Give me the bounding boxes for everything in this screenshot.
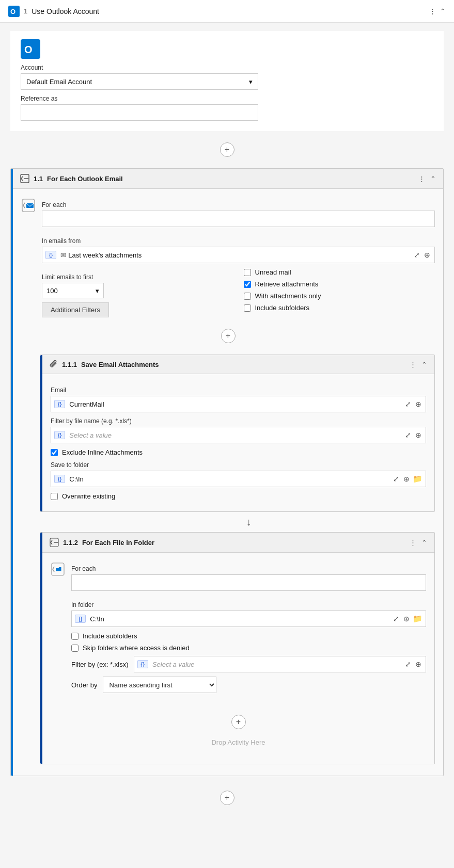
include-subfolders-label: Include subfolders [255, 304, 310, 312]
foreach-file-card: 1.1.2 For Each File in Folder ⋮ ⌃ [40, 532, 435, 764]
in-folder-input[interactable]: {} C:\In ⤢ ⊕ 📁 [71, 610, 426, 627]
add-icon[interactable]: ⊕ [423, 250, 431, 260]
filter-file-placeholder: Select a value [152, 661, 402, 668]
email-add-icon[interactable]: ⊕ [414, 399, 422, 409]
more-icon-file[interactable]: ⋮ [410, 539, 416, 546]
for-each-file-label: For each [71, 565, 426, 572]
arrow-down: ↓ [62, 516, 435, 528]
additional-filters-btn[interactable]: Additional Filters [42, 302, 109, 317]
filter-filename-input[interactable]: {} Select a value ⤢ ⊕ [51, 427, 426, 443]
in-emails-input[interactable]: {} ✉ Last week's attachments ⤢ ⊕ [42, 247, 435, 263]
save-email-header: 1.1.1 Save Email Attachments ⋮ ⌃ [42, 355, 434, 374]
foreach-email-title: For Each Outlook Email [47, 175, 123, 183]
unread-mail-label: Unread mail [255, 268, 291, 276]
foreach-file-fields: For each CurrentFile In folder {} C:\In … [71, 560, 426, 693]
folder-expand-icon[interactable]: ⤢ [392, 474, 400, 484]
exclude-inline-row: Exclude Inline Attachments [51, 448, 426, 456]
overwrite-row: Overwrite existing [51, 492, 426, 500]
limit-value: 100 [46, 287, 58, 295]
skip-folders-checkbox[interactable] [71, 645, 79, 652]
foreach-icon-wrap [21, 196, 36, 213]
drop-zone-add-btn[interactable]: + [231, 715, 246, 729]
more-options-icon-email[interactable]: ⋮ [418, 175, 425, 183]
paperclip-icon [50, 360, 58, 368]
save-folder-input[interactable]: {} C:\In ⤢ ⊕ 📁 [51, 471, 426, 487]
foreach-email-number: 1.1 [34, 175, 43, 183]
file-include-subfolders-checkbox[interactable] [71, 633, 79, 640]
use-outlook-account-step: O Account Default Email Account ▾ Refere… [10, 31, 444, 131]
folder-curly-tag: {} [54, 475, 65, 483]
filter-row: Filter by (ex: *.xlsx) {} Select a value… [71, 656, 426, 672]
file-include-subfolders-row: Include subfolders [71, 632, 426, 640]
col-right-checkboxes: Unread mail Retrieve attachments With at… [244, 268, 435, 316]
account-dropdown[interactable]: Default Email Account ▾ [21, 73, 258, 90]
filter-expand-icon[interactable]: ⤢ [404, 430, 412, 440]
unread-mail-checkbox[interactable] [244, 269, 251, 276]
bottom-add-step-btn[interactable]: + [220, 791, 234, 805]
collapse-icon-save[interactable]: ⌃ [421, 361, 427, 368]
save-email-header-left: 1.1.1 Save Email Attachments [50, 360, 159, 368]
outlook-icon: O [8, 6, 20, 17]
for-each-label: For each [42, 201, 435, 208]
more-icon-save[interactable]: ⋮ [410, 361, 416, 368]
with-attachments-row: With attachments only [244, 292, 435, 300]
for-each-input[interactable]: CurrentMail [42, 211, 435, 227]
foreach-file-body: For each CurrentFile In folder {} C:\In … [42, 553, 434, 764]
email-value: CurrentMail [69, 400, 402, 408]
dark-bar-1 [40, 355, 42, 511]
for-each-file-input[interactable]: CurrentFile [71, 574, 426, 591]
col-left-limit: Limit emails to first 100 ▾ Additional F… [42, 268, 233, 317]
collapse-icon[interactable]: ⌃ [440, 7, 446, 15]
limit-label: Limit emails to first [42, 274, 233, 281]
more-options-icon[interactable]: ⋮ [429, 7, 436, 15]
email-expand-icon[interactable]: ⤢ [404, 399, 412, 409]
include-subfolders-checkbox[interactable] [244, 304, 251, 312]
in-folder-add-icon[interactable]: ⊕ [402, 614, 411, 624]
retrieve-attachments-checkbox[interactable] [244, 281, 251, 288]
order-by-label: Order by [71, 681, 98, 689]
reference-label: Reference as [21, 95, 433, 102]
with-attachments-label: With attachments only [255, 292, 321, 300]
in-folder-browse-icon[interactable]: 📁 [413, 614, 422, 623]
in-emails-curly-tag: {} [45, 251, 56, 259]
filter-file-add-icon[interactable]: ⊕ [414, 659, 422, 669]
filter-add-icon[interactable]: ⊕ [414, 430, 422, 440]
reference-input[interactable]: Outlook [21, 104, 258, 121]
unread-mail-row: Unread mail [244, 268, 435, 276]
exclude-inline-label: Exclude Inline Attachments [62, 448, 143, 456]
filter-file-input[interactable]: {} Select a value ⤢ ⊕ [134, 656, 426, 672]
dropdown-chevron-icon: ▾ [249, 78, 253, 86]
add-step-btn-2[interactable]: + [221, 329, 236, 343]
add-step-2: + [21, 323, 435, 349]
overwrite-checkbox[interactable] [51, 493, 58, 500]
email-input[interactable]: {} CurrentMail ⤢ ⊕ [51, 396, 426, 412]
top-bar-left: O 1 Use Outlook Account [8, 6, 99, 17]
folder-add-icon[interactable]: ⊕ [402, 474, 411, 484]
foreach-row: For each CurrentMail In emails from {} ✉… [21, 196, 435, 317]
folder-loop-icon [51, 562, 65, 576]
expand-icon[interactable]: ⤢ [413, 250, 421, 260]
limit-dropdown[interactable]: 100 ▾ [42, 283, 104, 298]
skip-folders-label: Skip folders where access is denied [83, 644, 190, 652]
folder-browse-icon[interactable]: 📁 [413, 474, 422, 484]
add-step-btn-1[interactable]: + [220, 142, 234, 157]
retrieve-attachments-row: Retrieve attachments [244, 280, 435, 288]
in-folder-curly-tag: {} [75, 615, 86, 623]
filter-curly-tag: {} [54, 431, 65, 439]
foreach-email-inner: 1.1 For Each Outlook Email ⋮ ⌃ [13, 169, 443, 776]
foreach-file-inner: 1.1.2 For Each File in Folder ⋮ ⌃ [42, 533, 434, 764]
drop-zone: + Drop Activity Here [51, 698, 426, 757]
with-attachments-checkbox[interactable] [244, 293, 251, 300]
include-subfolders-row: Include subfolders [244, 304, 435, 312]
collapse-icon-file[interactable]: ⌃ [421, 539, 427, 546]
step-number: 1 [24, 7, 27, 15]
top-bar-title: Use Outlook Account [32, 7, 99, 15]
collapse-icon-email[interactable]: ⌃ [430, 175, 436, 183]
order-by-select[interactable]: Name ascending first Name descending fir… [103, 677, 216, 693]
in-folder-expand-icon[interactable]: ⤢ [392, 614, 400, 624]
filter-file-expand-icon[interactable]: ⤢ [404, 659, 412, 669]
exclude-inline-checkbox[interactable] [51, 449, 58, 456]
save-email-title: Save Email Attachments [81, 361, 159, 368]
foreach-file-number: 1.1.2 [63, 539, 78, 546]
svg-text:O: O [24, 44, 33, 55]
